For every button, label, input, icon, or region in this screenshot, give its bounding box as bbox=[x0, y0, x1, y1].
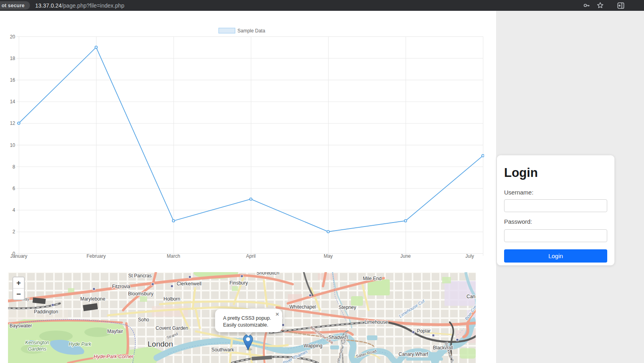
page: { "browser": { "security_chip": "ot secu… bbox=[0, 0, 644, 363]
side-panel-icon[interactable] bbox=[616, 1, 625, 10]
map-marker-icon[interactable] bbox=[243, 334, 253, 351]
map-label: London bbox=[148, 340, 173, 348]
map-label: Fitzrovia bbox=[112, 284, 130, 289]
zoom-out-button[interactable]: − bbox=[13, 289, 24, 299]
svg-text:6: 6 bbox=[12, 186, 15, 191]
popup-text-line2: Easily customizable. bbox=[223, 322, 273, 329]
chart-legend: Sample Data bbox=[219, 28, 265, 34]
svg-text:8: 8 bbox=[12, 164, 15, 170]
map-label: Clerkenwell bbox=[177, 281, 201, 287]
login-button[interactable]: Login bbox=[504, 249, 607, 263]
password-field[interactable] bbox=[504, 229, 607, 242]
security-chip[interactable]: ot secure bbox=[0, 1, 30, 10]
map-label: Finsbury bbox=[229, 280, 248, 286]
chart-axis-labels: 02468101214161820JanuaryFebruaryMarchApr… bbox=[10, 34, 474, 259]
svg-text:10: 10 bbox=[10, 142, 16, 148]
url-host: 13.37.0.24 bbox=[35, 2, 62, 9]
svg-text:March: March bbox=[167, 253, 180, 259]
svg-text:July: July bbox=[465, 253, 474, 259]
svg-text:2: 2 bbox=[12, 229, 15, 235]
url-path: /page.php?file=index.php bbox=[62, 2, 124, 9]
map-label: Cannin bbox=[467, 294, 476, 299]
map-label: Mayfair bbox=[107, 329, 123, 334]
password-label: Password: bbox=[504, 218, 532, 225]
map-label: Covent Garden bbox=[156, 325, 188, 331]
map-label: Mile End bbox=[363, 276, 382, 281]
map-label: Hyde Park bbox=[69, 341, 92, 347]
map-label: Shoreditch bbox=[256, 272, 279, 276]
login-title: Login bbox=[504, 166, 538, 180]
map-label: Hyde Park Corner bbox=[94, 354, 134, 359]
map-label: Limehouse bbox=[365, 319, 388, 325]
svg-text:14: 14 bbox=[10, 99, 16, 104]
map-label: Poplar bbox=[417, 328, 431, 334]
login-card: Login Username: Password: Login bbox=[497, 155, 614, 265]
map-label: Canary Wharf bbox=[399, 351, 429, 357]
chart-data-points bbox=[18, 46, 484, 233]
username-field[interactable] bbox=[504, 199, 607, 212]
password-key-icon[interactable] bbox=[583, 2, 590, 9]
chart-gridlines bbox=[16, 36, 483, 256]
security-chip-label: ot secure bbox=[2, 3, 24, 8]
popup-text-line1: A pretty CSS3 popup. bbox=[223, 315, 273, 322]
username-label: Username: bbox=[504, 189, 533, 196]
map-popup: A pretty CSS3 popup. Easily customizable… bbox=[215, 309, 282, 332]
svg-text:18: 18 bbox=[10, 56, 16, 61]
map-label: Whitechapel bbox=[289, 304, 316, 310]
svg-text:4: 4 bbox=[12, 207, 15, 213]
svg-text:12: 12 bbox=[10, 120, 16, 126]
map-zoom-control: + − bbox=[12, 277, 25, 300]
map-label: St Pancras bbox=[128, 273, 152, 279]
map-label: Bloomsbury bbox=[128, 291, 153, 297]
popup-close-button[interactable]: × bbox=[275, 311, 279, 317]
map-label: Wapping bbox=[304, 343, 323, 349]
svg-text:16: 16 bbox=[10, 77, 16, 83]
map-label: Stepney bbox=[339, 305, 356, 310]
svg-text:June: June bbox=[400, 253, 411, 259]
line-chart: 02468101214161820JanuaryFebruaryMarchApr… bbox=[0, 11, 484, 271]
map-label: Gardens bbox=[28, 346, 46, 352]
map-label: Soho bbox=[138, 317, 149, 323]
map-label: Southwark bbox=[211, 347, 235, 353]
map-label: Marylebone bbox=[80, 296, 106, 302]
svg-text:Sample Data: Sample Data bbox=[237, 28, 265, 34]
bookmark-star-icon[interactable] bbox=[596, 2, 604, 9]
zoom-in-button[interactable]: + bbox=[13, 277, 24, 289]
svg-text:January: January bbox=[10, 253, 28, 259]
url-field[interactable]: 13.37.0.24/page.php?file=index.php bbox=[35, 0, 124, 11]
map-label: Kensington bbox=[25, 340, 49, 345]
map-label: Holborn bbox=[163, 296, 180, 302]
browser-address-bar[interactable]: ot secure 13.37.0.24/page.php?file=index… bbox=[0, 0, 644, 11]
svg-text:February: February bbox=[86, 253, 106, 259]
svg-text:20: 20 bbox=[10, 34, 16, 40]
map-label: Paddington bbox=[34, 309, 58, 315]
svg-text:April: April bbox=[246, 253, 255, 259]
svg-text:May: May bbox=[324, 253, 333, 259]
map-label: Bayswater bbox=[10, 323, 32, 329]
